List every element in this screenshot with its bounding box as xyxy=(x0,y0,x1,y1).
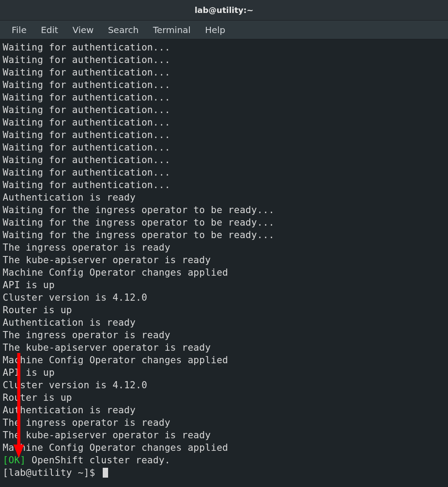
terminal-line: API is up xyxy=(3,279,445,291)
terminal-line: Waiting for authentication... xyxy=(3,79,445,91)
terminal-line: Router is up xyxy=(3,304,445,316)
menu-file[interactable]: File xyxy=(4,22,33,38)
terminal-line: Waiting for the ingress operator to be r… xyxy=(3,204,445,216)
terminal-line: Waiting for authentication... xyxy=(3,104,445,116)
terminal-line: Waiting for the ingress operator to be r… xyxy=(3,229,445,241)
terminal-line: Waiting for authentication... xyxy=(3,166,445,179)
terminal-line: The kube-apiserver operator is ready xyxy=(3,429,445,441)
terminal-line: Waiting for the ingress operator to be r… xyxy=(3,216,445,229)
menu-help[interactable]: Help xyxy=(198,22,233,38)
window-title: lab@utility:~ xyxy=(195,5,254,15)
terminal-line: Authentication is ready xyxy=(3,191,445,204)
terminal-prompt-line: [lab@utility ~]$ xyxy=(3,466,445,479)
terminal-line: Waiting for authentication... xyxy=(3,91,445,104)
terminal-line: Waiting for authentication... xyxy=(3,129,445,141)
terminal-line: The kube-apiserver operator is ready xyxy=(3,254,445,266)
terminal-line: Router is up xyxy=(3,391,445,404)
terminal-line: The ingress operator is ready xyxy=(3,241,445,254)
terminal-line: Cluster version is 4.12.0 xyxy=(3,379,445,391)
terminal-line: Waiting for authentication... xyxy=(3,179,445,191)
terminal-line: Waiting for authentication... xyxy=(3,66,445,79)
shell-prompt: [lab@utility ~]$ xyxy=(3,466,101,479)
window-titlebar: lab@utility:~ xyxy=(0,0,448,21)
terminal-line: Waiting for authentication... xyxy=(3,141,445,154)
terminal-output[interactable]: Waiting for authentication... Waiting fo… xyxy=(0,39,448,487)
terminal-line: The ingress operator is ready xyxy=(3,416,445,429)
terminal-line: The kube-apiserver operator is ready xyxy=(3,341,445,354)
ok-message: OpenShift cluster ready. xyxy=(26,455,171,466)
terminal-line: Waiting for authentication... xyxy=(3,41,445,54)
menu-view[interactable]: View xyxy=(65,22,100,38)
menu-terminal[interactable]: Terminal xyxy=(146,22,198,38)
menubar: File Edit View Search Terminal Help xyxy=(0,21,448,39)
terminal-line: The ingress operator is ready xyxy=(3,329,445,341)
terminal-line: Machine Config Operator changes applied xyxy=(3,354,445,366)
menu-edit[interactable]: Edit xyxy=(33,22,65,38)
cursor-icon xyxy=(103,468,108,478)
terminal-line: Authentication is ready xyxy=(3,316,445,329)
terminal-line: Authentication is ready xyxy=(3,404,445,416)
terminal-line: Waiting for authentication... xyxy=(3,154,445,166)
terminal-line: Machine Config Operator changes applied xyxy=(3,266,445,279)
ok-status: [OK] xyxy=(3,455,26,466)
menu-search[interactable]: Search xyxy=(101,22,146,38)
terminal-line: Cluster version is 4.12.0 xyxy=(3,291,445,304)
terminal-line: Machine Config Operator changes applied xyxy=(3,441,445,454)
terminal-line: API is up xyxy=(3,366,445,379)
terminal-ok-line: [OK] OpenShift cluster ready. xyxy=(3,454,445,466)
terminal-line: Waiting for authentication... xyxy=(3,116,445,129)
terminal-line: Waiting for authentication... xyxy=(3,54,445,66)
